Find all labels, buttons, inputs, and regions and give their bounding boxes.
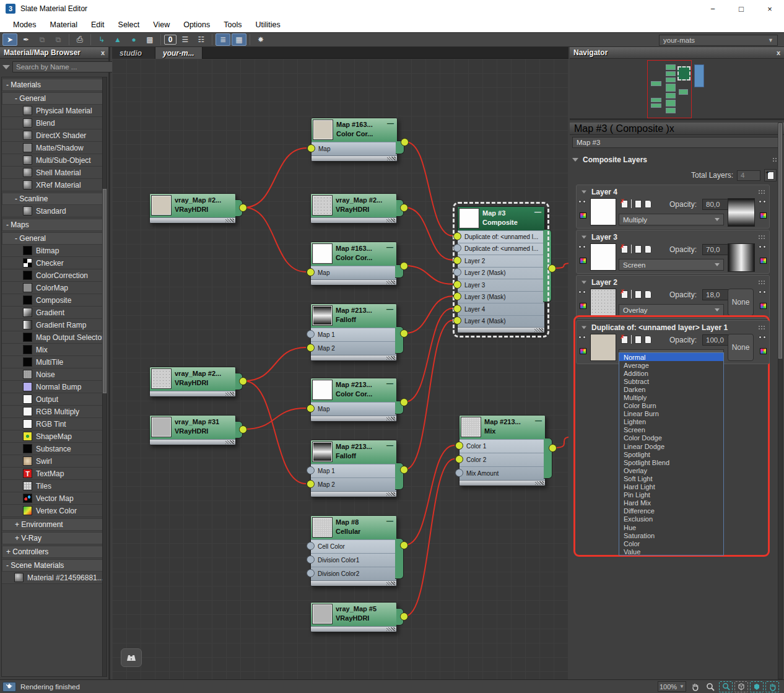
wire[interactable] <box>405 445 455 545</box>
show-background-button[interactable]: ▩ <box>142 33 157 46</box>
node-slot[interactable]: Map <box>311 402 396 416</box>
zoom-extents-selected-button[interactable] <box>750 681 764 692</box>
blend-mode-select[interactable]: Overlay <box>619 304 724 316</box>
node-resize-grip[interactable] <box>386 417 395 421</box>
delete-layer-button[interactable]: ✗ <box>621 245 628 253</box>
tree-item-gradient-ramp[interactable]: Gradient Ramp <box>2 319 103 331</box>
material-map-browser-toggle-button[interactable]: ≣ <box>216 33 230 46</box>
visibility-icon[interactable] <box>578 245 587 249</box>
menu-utilities[interactable]: Utilities <box>248 19 287 31</box>
node-header[interactable]: vray_Map #2...VRayHDRI <box>150 367 235 391</box>
panel-scrollbar[interactable] <box>778 123 783 679</box>
menu-view[interactable]: View <box>146 19 176 31</box>
output-socket[interactable] <box>400 466 408 474</box>
node-header[interactable]: Map #163...Color Cor...— <box>311 242 396 266</box>
show-shaded-material-in-viewport-button[interactable]: ● <box>126 33 141 46</box>
node-resize-grip[interactable] <box>386 356 395 360</box>
node-minimize-icon[interactable]: — <box>535 417 542 424</box>
blend-option-subtract[interactable]: Subtract <box>619 377 723 385</box>
layer-title-row[interactable]: Layer 2 <box>577 276 769 289</box>
input-socket[interactable] <box>307 569 315 577</box>
navigator-minimap[interactable] <box>570 59 784 120</box>
node-slot[interactable]: Map 2 <box>311 477 396 491</box>
input-socket-connected[interactable] <box>307 404 315 412</box>
node-minimize-icon[interactable]: — <box>386 243 393 251</box>
menu-edit[interactable]: Edit <box>84 19 111 31</box>
wire[interactable] <box>405 459 455 616</box>
assign-material-to-selection-button[interactable]: ⧉ <box>51 33 66 46</box>
tree-item-material-214596881-[interactable]: Material #214596881... <box>2 572 103 584</box>
blend-option-average[interactable]: Average <box>619 361 723 369</box>
blend-mode-select[interactable]: Multiply <box>619 214 724 225</box>
tree-item-rgb-multiply[interactable]: RGB Multiply <box>2 406 103 418</box>
show-standard-map-in-viewport-button[interactable]: 0 <box>164 35 176 45</box>
tree-item-tiles[interactable]: Tiles <box>2 480 103 492</box>
browser-close-icon[interactable]: x <box>101 49 105 56</box>
node-slot[interactable]: Layer 3 (Mask) <box>458 291 544 303</box>
wire[interactable] <box>405 308 453 402</box>
composite-layers-rollout[interactable]: Composite Layers <box>572 154 779 165</box>
tree-item-checker[interactable]: Checker <box>2 257 103 269</box>
menu-tools[interactable]: Tools <box>217 19 248 31</box>
input-socket-connected[interactable] <box>307 480 315 488</box>
layer-mask-thumbnail[interactable] <box>728 243 755 272</box>
node-slot[interactable]: Map <box>311 266 396 279</box>
panel-scrollbar-thumb[interactable] <box>778 123 782 359</box>
visibility-icon[interactable] <box>759 200 767 204</box>
tree-item-xref-material[interactable]: XRef Material <box>2 179 103 191</box>
tree-group[interactable]: - Maps <box>2 219 103 231</box>
layout-children-button[interactable]: ☷ <box>194 33 209 46</box>
visibility-icon[interactable] <box>759 336 767 339</box>
tree-item-substance[interactable]: Substance <box>2 443 103 455</box>
color-swatch-icon[interactable] <box>580 212 586 219</box>
tree-group[interactable]: - General <box>2 92 103 105</box>
node-n3-vrayhdri[interactable]: vray_Map #2...VRayHDRI <box>310 193 397 224</box>
tree-item-directx-shader[interactable]: DirectX Shader <box>2 129 103 142</box>
blend-option-overlay[interactable]: Overlay <box>619 466 723 474</box>
output-socket[interactable] <box>548 264 556 272</box>
node-resize-grip[interactable] <box>387 157 396 160</box>
zoom-extents-button[interactable] <box>734 681 748 692</box>
color-swatch-icon[interactable] <box>580 258 586 264</box>
node-n12-vrayhdri[interactable]: vray_Map #5VRayHDRI <box>310 602 397 632</box>
search-options-icon[interactable] <box>2 65 10 69</box>
node-resize-grip[interactable] <box>386 582 395 585</box>
navigator-close-icon[interactable]: x <box>777 49 780 56</box>
layout-all-vertical-button[interactable]: ☰ <box>178 33 193 46</box>
input-socket-connected[interactable] <box>455 442 463 450</box>
input-socket-connected[interactable] <box>453 281 461 289</box>
tree-item-textmap[interactable]: TTextMap <box>2 468 103 480</box>
node-slot[interactable]: Layer 2 <box>458 255 544 267</box>
color-swatch-icon[interactable] <box>760 212 767 219</box>
node-resize-grip[interactable] <box>534 328 543 332</box>
input-socket[interactable] <box>455 469 463 477</box>
color-swatch-icon[interactable] <box>580 303 586 309</box>
delete-layer-button[interactable]: ✗ <box>621 336 628 344</box>
node-n5-falloff[interactable]: Map #213...Falloff—Map 1Map 2 <box>310 303 397 361</box>
node-slot[interactable]: Map 2 <box>311 341 396 355</box>
layer-title-row[interactable]: Layer 4 <box>577 185 769 198</box>
node-slot[interactable]: Duplicate of: <unnamed l... <box>458 230 544 243</box>
layer-collapse-triangle[interactable] <box>581 281 586 284</box>
node-header[interactable]: vray_Map #31VRayHDRI <box>150 416 235 439</box>
tab-studio[interactable]: studio <box>112 47 155 59</box>
tree-item-map-output-selector[interactable]: Map Output Selector <box>2 331 103 344</box>
output-socket[interactable] <box>239 377 247 385</box>
color-swatch-icon[interactable] <box>760 348 767 354</box>
input-socket-connected[interactable] <box>453 232 461 240</box>
node-slot[interactable]: Map 1 <box>311 464 396 477</box>
tree-item-physical-material[interactable]: Physical Material <box>2 105 103 117</box>
tree-item-shell-material[interactable]: Shell Material <box>2 167 103 179</box>
menu-options[interactable]: Options <box>176 19 217 31</box>
layer-texture-thumbnail[interactable] <box>590 243 616 271</box>
color-swatch-icon[interactable] <box>760 258 767 264</box>
tree-group[interactable]: - General <box>2 232 103 245</box>
wire[interactable] <box>244 148 307 207</box>
node-canvas[interactable]: Map #163...Color Cor...—Mapvray_Map #2..… <box>112 59 568 679</box>
node-header[interactable]: Map #163...Color Cor...— <box>311 118 397 142</box>
output-socket[interactable] <box>549 444 557 452</box>
node-n4-colorcor[interactable]: Map #163...Color Cor...—Map <box>310 242 397 285</box>
visibility-icon[interactable] <box>578 200 587 204</box>
layer-title-row[interactable]: Duplicate of: <unnamed layer> Layer 1 <box>577 321 769 334</box>
minimize-button[interactable]: − <box>699 0 727 17</box>
